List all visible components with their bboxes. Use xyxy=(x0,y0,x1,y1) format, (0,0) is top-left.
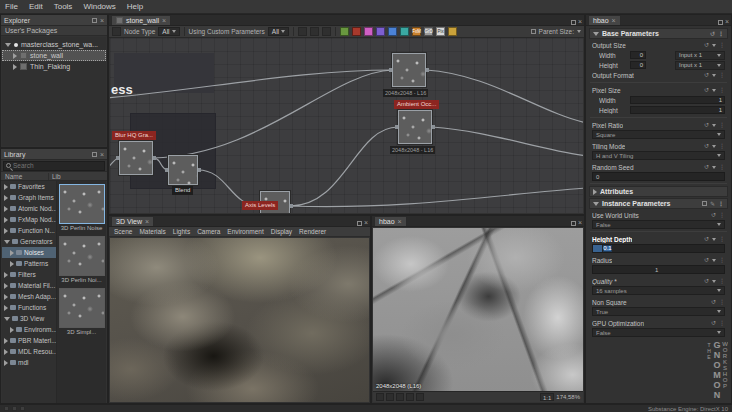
graph-tool-icon[interactable] xyxy=(322,27,331,36)
more-icon[interactable]: ⋮ xyxy=(719,278,725,284)
library-item-3d-view[interactable]: 3D View xyxy=(2,313,56,324)
library-item-generators[interactable]: Generators xyxy=(2,236,56,247)
float-panel-icon[interactable] xyxy=(571,20,576,25)
chevron-down-icon[interactable] xyxy=(4,317,10,321)
chevron-right-icon[interactable] xyxy=(13,64,17,70)
chevron-down-icon[interactable] xyxy=(712,124,716,127)
more-icon[interactable]: ⋮ xyxy=(719,257,725,263)
close-icon[interactable]: × xyxy=(578,219,582,226)
reset-icon[interactable]: ↺ xyxy=(704,278,709,284)
menu-item-camera[interactable]: Camera xyxy=(197,228,220,235)
chevron-right-icon[interactable] xyxy=(4,349,8,355)
close-icon[interactable]: × xyxy=(162,17,166,24)
chevron-down-icon[interactable] xyxy=(593,32,599,36)
node-color-filter-chip[interactable] xyxy=(376,27,385,36)
menu-item-lights[interactable]: Lights xyxy=(173,228,190,235)
chevron-down-icon[interactable] xyxy=(4,240,10,244)
node-color-filter-chip[interactable] xyxy=(400,27,409,36)
tab-3d-view[interactable]: 3D View × xyxy=(111,216,154,226)
reset-icon[interactable]: ↺ xyxy=(711,212,716,218)
menu-item-help[interactable]: Help xyxy=(127,2,143,11)
menu-item-tools[interactable]: Tools xyxy=(54,2,73,11)
library-item[interactable]: Function N... xyxy=(2,225,56,236)
chevron-right-icon[interactable] xyxy=(4,195,8,201)
close-icon[interactable]: × xyxy=(145,218,149,225)
graph-node-blur[interactable] xyxy=(119,141,153,175)
chevron-down-icon[interactable] xyxy=(712,145,716,148)
chevron-right-icon[interactable] xyxy=(13,53,17,59)
node-color-filter-chip[interactable] xyxy=(364,27,373,36)
tab-hbao-2d[interactable]: hbao × xyxy=(374,216,407,226)
library-search-input[interactable] xyxy=(13,162,102,169)
library-item[interactable]: PBR Materi... xyxy=(2,335,56,346)
menu-item-renderer[interactable]: Renderer xyxy=(299,228,326,235)
more-icon[interactable]: ⋮ xyxy=(719,236,725,242)
tab-hbao-properties[interactable]: hbao × xyxy=(588,15,621,25)
graph-node-ambient-occlusion[interactable] xyxy=(398,110,432,144)
pixel-ratio-dropdown[interactable]: Square xyxy=(592,130,725,139)
section-attributes[interactable]: Attributes xyxy=(589,186,728,197)
3d-viewport[interactable] xyxy=(110,238,369,402)
library-thumb[interactable]: 3D Perlin Noi... xyxy=(59,236,105,284)
chevron-right-icon[interactable] xyxy=(4,283,8,289)
menu-item-display[interactable]: Display xyxy=(271,228,292,235)
quality-dropdown[interactable]: 16 samples xyxy=(592,286,725,295)
graph-tool-icon[interactable] xyxy=(298,27,307,36)
more-icon[interactable]: ⋮ xyxy=(718,31,724,37)
chevron-right-icon[interactable] xyxy=(4,217,8,223)
chevron-right-icon[interactable] xyxy=(593,189,597,195)
chevron-down-icon[interactable] xyxy=(712,280,716,283)
custom-parameters-dropdown[interactable]: All xyxy=(268,27,289,36)
use-world-units-dropdown[interactable]: False xyxy=(592,220,725,229)
chevron-right-icon[interactable] xyxy=(4,272,8,278)
noise-thumbnail[interactable] xyxy=(59,184,105,224)
pixel-height-input[interactable]: 1 xyxy=(630,106,725,114)
tiling-mode-dropdown[interactable]: H and V Tiling xyxy=(592,151,725,160)
close-icon[interactable]: × xyxy=(612,17,616,24)
output-height-mode-dropdown[interactable]: Input x 1 xyxy=(675,61,725,70)
library-item[interactable]: Filters xyxy=(2,269,56,280)
random-seed-slider[interactable]: 0 xyxy=(592,172,725,181)
library-item[interactable]: mdl xyxy=(2,357,56,368)
status-icon[interactable] xyxy=(12,406,17,411)
chevron-right-icon[interactable] xyxy=(4,294,8,300)
float-panel-icon[interactable] xyxy=(357,221,362,226)
library-item[interactable]: Favorites xyxy=(2,181,56,192)
chevron-down-icon[interactable] xyxy=(712,259,716,262)
node-color-filter-chip[interactable] xyxy=(388,27,397,36)
close-icon[interactable]: × xyxy=(364,219,368,226)
channels-icon[interactable] xyxy=(406,393,414,401)
library-item[interactable]: MDL Resou... xyxy=(2,346,56,357)
chevron-down-icon[interactable] xyxy=(712,89,716,92)
library-item-noises[interactable]: Noises xyxy=(2,247,56,258)
chevron-down-icon[interactable] xyxy=(712,44,716,47)
graph-canvas[interactable]: ess Blur HQ Gra... Blend Axis Levels 204… xyxy=(110,38,583,213)
chevron-right-icon[interactable] xyxy=(10,327,14,333)
info-icon[interactable] xyxy=(376,393,384,401)
library-thumb[interactable]: 3D Simpl... xyxy=(59,288,105,336)
chevron-down-icon[interactable] xyxy=(712,74,716,77)
reset-icon[interactable]: ↺ xyxy=(704,164,709,170)
node-color-filter-chip[interactable]: FxM xyxy=(412,27,421,36)
chevron-right-icon[interactable] xyxy=(10,261,14,267)
tiling-icon[interactable] xyxy=(396,393,404,401)
background-icon[interactable] xyxy=(416,393,424,401)
reset-icon[interactable]: ↺ xyxy=(704,42,709,48)
column-name[interactable]: Name xyxy=(5,173,49,180)
more-icon[interactable]: ⋮ xyxy=(719,122,725,128)
library-item[interactable]: FxMap Nod... xyxy=(2,214,56,225)
chevron-right-icon[interactable] xyxy=(4,206,8,212)
status-icon[interactable] xyxy=(20,406,25,411)
noise-thumbnail[interactable] xyxy=(59,288,105,328)
chevron-right-icon[interactable] xyxy=(4,360,8,366)
library-item[interactable]: Environm... xyxy=(2,324,56,335)
more-icon[interactable]: ⋮ xyxy=(719,87,725,93)
chevron-right-icon[interactable] xyxy=(4,228,8,234)
menu-item-edit[interactable]: Edit xyxy=(29,2,43,11)
more-icon[interactable]: ⋮ xyxy=(719,320,725,326)
library-thumb[interactable]: 3D Perlin Noise xyxy=(59,184,105,232)
chevron-down-icon[interactable] xyxy=(5,43,11,47)
more-icon[interactable]: ⋮ xyxy=(719,164,725,170)
library-item[interactable]: Atomic Nod... xyxy=(2,203,56,214)
library-search-box[interactable] xyxy=(3,161,105,171)
